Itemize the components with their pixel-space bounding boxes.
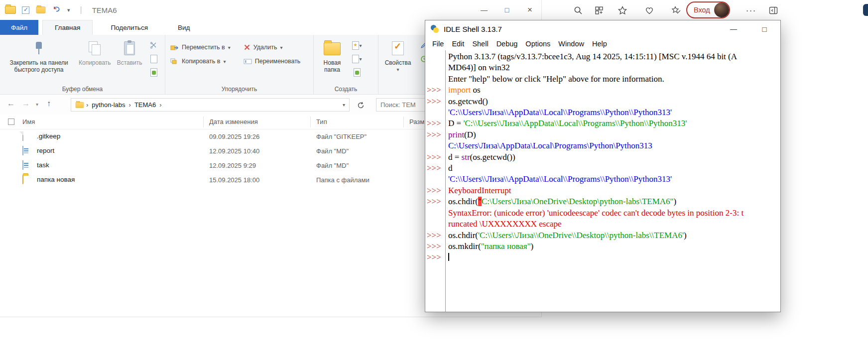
more-menu-icon[interactable]: ··· xyxy=(744,4,757,17)
ribbon-group-new: Новая папка ▾ ▾ Создать xyxy=(314,35,378,94)
delete-button[interactable]: Удалить ▾ xyxy=(241,43,304,52)
group-label-clipboard: Буфер обмена xyxy=(0,86,165,93)
tab-home[interactable]: Главная xyxy=(42,20,93,35)
search-icon[interactable] xyxy=(572,4,585,17)
idle-app-icon xyxy=(430,24,439,33)
undo-quick-icon[interactable] xyxy=(52,5,61,15)
breadcrumb-python-labs[interactable]: python-labs xyxy=(89,101,127,109)
tab-share[interactable]: Поделиться xyxy=(99,20,160,35)
close-button[interactable]: × xyxy=(518,0,541,20)
console-prompt: >>> xyxy=(425,230,445,241)
idle-maximize-button[interactable]: □ xyxy=(753,20,775,37)
file-name: report xyxy=(37,147,54,154)
new-folder-button[interactable]: Новая папка xyxy=(316,39,349,84)
copy-path-icon xyxy=(150,55,157,63)
apps-icon[interactable] xyxy=(593,4,606,17)
console-prompt xyxy=(425,208,445,219)
new-shortcut-button[interactable] xyxy=(351,67,364,78)
file-type: Файл "MD" xyxy=(316,147,349,155)
console-prompt xyxy=(425,62,445,73)
minimize-button[interactable]: — xyxy=(473,0,496,20)
qat-dropdown-icon[interactable]: ▾ xyxy=(67,7,70,13)
sidebar-panel-icon[interactable] xyxy=(767,4,780,17)
group-label-new: Создать xyxy=(314,86,378,93)
paste-shortcut-icon xyxy=(150,68,157,77)
idle-minimize-button[interactable]: — xyxy=(723,20,744,37)
easy-access-icon xyxy=(352,55,359,63)
delete-icon xyxy=(244,44,250,51)
idle-menu-edit[interactable]: Edit xyxy=(448,40,468,48)
console-line: >>>os.chdir('C:\\Users\\Лиза\\OneDrive\\… xyxy=(425,230,780,241)
shortcut-icon xyxy=(354,68,361,77)
file-date: 15.09.2025 18:00 xyxy=(209,176,259,184)
pin-quick-access-button[interactable]: Закрепить на панели быстрого доступа xyxy=(2,39,76,84)
idle-menu-window[interactable]: Window xyxy=(554,40,588,48)
address-dropdown-icon[interactable]: ▾ xyxy=(339,102,349,108)
idle-menu-file[interactable]: File xyxy=(428,40,448,48)
new-item-icon xyxy=(352,41,359,50)
move-to-button[interactable]: Переместить в ▾ xyxy=(167,43,234,52)
collections-icon[interactable] xyxy=(670,4,683,17)
paste-shortcut-button[interactable] xyxy=(147,67,160,78)
console-line: >>>os.chdir("C:\Users\Лиза\OneDrive\Desk… xyxy=(425,196,780,207)
quick-access-toolbar: ▾ | ТЕМА6 xyxy=(0,5,117,15)
file-name: .gitkeep xyxy=(37,132,60,140)
easy-access-button[interactable]: ▾ xyxy=(351,53,364,64)
console-line: >>>KeyboardInterrupt xyxy=(425,185,780,196)
browser-essentials-icon[interactable] xyxy=(643,4,656,17)
column-header-name[interactable]: Имя xyxy=(22,118,35,125)
idle-menu-options[interactable]: Options xyxy=(521,40,554,48)
copy-button[interactable]: Копировать xyxy=(76,39,114,84)
address-bar[interactable]: › python-labs › ТЕМА6 › ▾ xyxy=(71,98,350,112)
cut-button[interactable] xyxy=(147,40,160,51)
tab-file[interactable]: Файл xyxy=(0,20,38,35)
md-icon xyxy=(22,160,23,170)
column-header-type[interactable]: Тип xyxy=(316,118,327,125)
recent-locations-icon[interactable]: ▾ xyxy=(36,102,38,107)
console-line: >>>os.mkdir("папка новая") xyxy=(425,241,780,252)
copy-to-icon xyxy=(170,58,179,65)
column-header-size[interactable]: Разм xyxy=(409,118,424,125)
paste-button[interactable]: Вставить xyxy=(114,39,145,84)
signin-button[interactable]: Вход xyxy=(686,1,730,18)
edge-toolbar: Вход ··· xyxy=(542,0,868,20)
tab-view[interactable]: Вид xyxy=(166,20,202,35)
properties-button[interactable]: Свойства ▾ xyxy=(380,39,415,84)
new-folder-quick-icon[interactable] xyxy=(36,6,46,13)
console-prompt xyxy=(425,219,445,230)
ribbon-group-organize: Переместить в ▾ Копировать в ▾ Удалить xyxy=(165,35,314,94)
console-line: >>>import os xyxy=(425,85,780,96)
console-line: C:\Users\Лиза\AppData\Local\Programs\Pyt… xyxy=(425,140,780,151)
up-button[interactable]: ↑ xyxy=(47,99,51,108)
console-line: 'C:\\Users\\Лиза\\AppData\\Local\\Progra… xyxy=(425,174,780,185)
idle-console[interactable]: Python 3.13.7 (tags/v3.13.7:bcee1c3, Aug… xyxy=(425,50,780,312)
avatar xyxy=(714,2,729,17)
copy-to-button[interactable]: Копировать в ▾ xyxy=(167,57,234,66)
properties-quick-icon[interactable] xyxy=(22,6,29,14)
forward-button[interactable]: → xyxy=(22,99,30,108)
copy-path-button[interactable] xyxy=(147,53,160,64)
rename-button[interactable]: Переименовать xyxy=(241,57,304,66)
column-header-date[interactable]: Дата изменения xyxy=(209,118,258,125)
breadcrumb-separator: › xyxy=(128,101,132,109)
console-line: runcated \UXXXXXXXX escape xyxy=(425,219,780,230)
console-prompt: >>> xyxy=(425,152,445,163)
console-prompt: >>> xyxy=(425,196,445,207)
refresh-button[interactable] xyxy=(355,99,367,111)
idle-menu-debug[interactable]: Debug xyxy=(493,40,522,48)
maximize-button[interactable]: □ xyxy=(496,0,518,20)
breadcrumb-tema6[interactable]: ТЕМА6 xyxy=(132,101,158,109)
idle-menu-help[interactable]: Help xyxy=(588,40,611,48)
console-prompt: >>> xyxy=(425,118,445,129)
idle-titlebar[interactable]: IDLE Shell 3.13.7 — □ xyxy=(425,20,780,37)
new-item-button[interactable]: ▾ xyxy=(351,40,364,51)
edge-sidebar-app-icon[interactable] xyxy=(863,4,868,16)
select-all-checkbox[interactable] xyxy=(8,119,14,125)
console-prompt: >>> xyxy=(425,163,445,174)
idle-window: IDLE Shell 3.13.7 — □ FileEditShellDebug… xyxy=(425,20,781,312)
console-line: 'C:\\Users\\Лиза\\AppData\\Local\\Progra… xyxy=(425,107,780,118)
back-button[interactable]: ← xyxy=(7,99,15,108)
idle-menu-shell[interactable]: Shell xyxy=(468,40,492,48)
rename-icon xyxy=(244,58,252,65)
favorites-icon[interactable] xyxy=(616,4,629,17)
